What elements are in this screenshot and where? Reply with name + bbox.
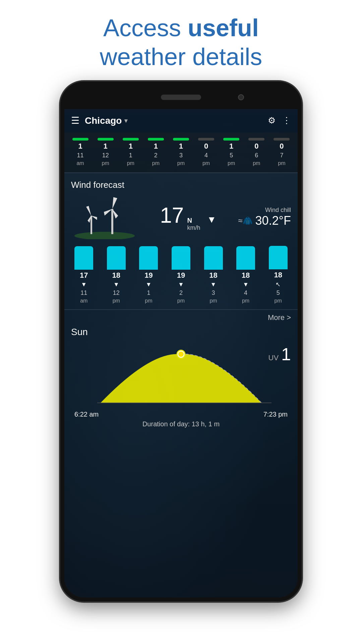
city-name: Chicago	[85, 115, 122, 126]
sun-arc-svg	[84, 344, 278, 408]
svg-rect-5	[111, 209, 113, 234]
wind-direction: N	[187, 217, 192, 224]
wind-chill-row: ≈🧥 30.2°F	[238, 214, 291, 228]
wind-bar-rect	[74, 246, 93, 270]
wind-bar-rect	[172, 246, 190, 270]
sun-times: 6:22 am 7:23 pm	[71, 411, 291, 418]
wind-chill-icon: ≈🧥	[238, 216, 252, 225]
menu-icon[interactable]: ☰	[71, 115, 79, 126]
sun-section: Sun UV 1	[64, 323, 298, 437]
phone-speaker	[161, 95, 201, 100]
header-line1: Access useful	[103, 14, 259, 41]
wind-speed-value: 17	[160, 203, 184, 228]
wind-chill-temp: 30.2°F	[255, 214, 291, 228]
wind-main: 17 N km/h ▼ Wind chill ≈🧥 30.2°F	[71, 196, 291, 239]
wind-bar-rect	[139, 246, 158, 270]
uv-badge: UV 1	[268, 344, 291, 364]
settings-icon[interactable]: ⚙	[268, 115, 276, 126]
wind-speed-display: 17 N km/h ▼	[160, 203, 216, 231]
svg-marker-4	[86, 216, 93, 223]
wind-arrow: ▼	[207, 214, 216, 225]
wind-bar-rect	[269, 246, 288, 269]
svg-point-10	[178, 352, 184, 357]
wind-title: Wind forecast	[71, 180, 291, 190]
svg-marker-8	[103, 207, 112, 217]
svg-marker-3	[91, 214, 98, 221]
svg-marker-6	[110, 197, 117, 209]
wind-chill-label: Wind chill	[238, 207, 291, 214]
wind-bar-rect	[236, 246, 255, 270]
wind-bar-rect	[204, 246, 223, 270]
phone-camera	[238, 94, 244, 100]
more-options-icon[interactable]: ⋮	[282, 115, 291, 126]
svg-marker-2	[86, 206, 92, 216]
wind-chill-box: Wind chill ≈🧥 30.2°F	[238, 207, 291, 228]
phone-shell: ☰ Chicago ▾ ⚙ ⋮ 1 11 am 1 12 pm	[60, 82, 302, 601]
city-dropdown-arrow: ▾	[124, 117, 127, 124]
wind-section: Wind forecast	[64, 173, 298, 243]
side-button-left	[60, 153, 63, 173]
city-selector[interactable]: Chicago ▾	[85, 115, 127, 126]
sunset-time: 7:23 pm	[263, 411, 288, 418]
wind-unit: km/h	[187, 224, 200, 231]
sun-arc-container: UV 1	[71, 341, 291, 408]
sunrise-time: 6:22 am	[74, 411, 99, 418]
app-screen: ☰ Chicago ▾ ⚙ ⋮ 1 11 am 1 12 pm	[64, 109, 298, 597]
sun-duration: Duration of day: 13 h, 1 m	[71, 418, 291, 430]
uv-value: 1	[281, 344, 291, 364]
uv-label: UV	[268, 354, 279, 362]
wind-turbines-illustration	[71, 196, 138, 239]
app-toolbar: ☰ Chicago ▾ ⚙ ⋮	[64, 109, 298, 132]
wind-bar-rect	[107, 246, 126, 270]
page-header: Access useful weather details	[100, 13, 262, 71]
side-button-right	[299, 179, 302, 213]
sun-title: Sun	[71, 327, 291, 337]
svg-rect-1	[90, 216, 92, 234]
svg-point-0	[74, 232, 135, 239]
toolbar-right: ⚙ ⋮	[268, 115, 291, 126]
phone-top-bar	[64, 86, 298, 109]
